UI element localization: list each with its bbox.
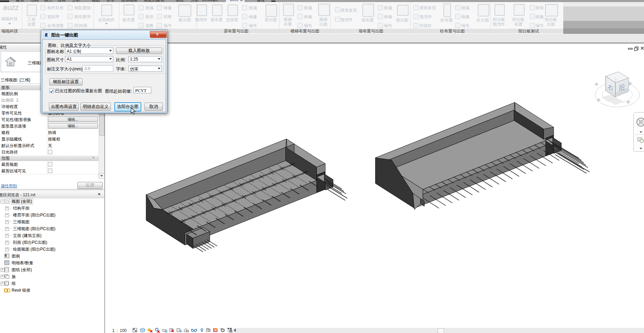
svg-text:上: 上	[612, 77, 618, 83]
svg-text:后: 后	[618, 83, 625, 92]
